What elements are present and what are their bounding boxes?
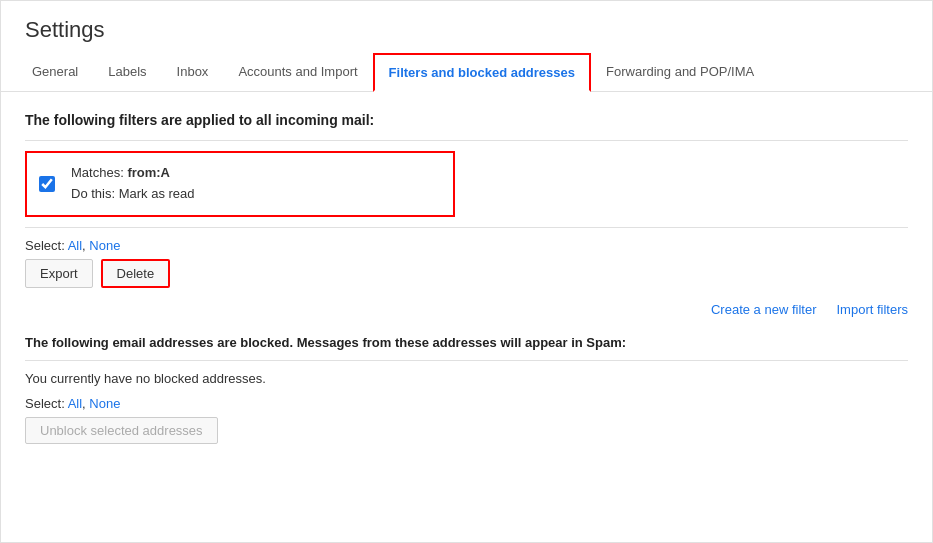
no-blocked-text: You currently have no blocked addresses. (25, 371, 908, 386)
matches-label: Matches: (71, 165, 124, 180)
action-label: Do this: (71, 186, 115, 201)
filter-details: Matches: from:A Do this: Mark as read (71, 163, 195, 205)
tab-accounts-import[interactable]: Accounts and Import (223, 53, 372, 92)
unblock-button[interactable]: Unblock selected addresses (25, 417, 218, 444)
filter-row: Matches: from:A Do this: Mark as read (25, 151, 455, 217)
blocked-select-label: Select: (25, 396, 65, 411)
matches-value: from:A (127, 165, 170, 180)
filters-heading: The following filters are applied to all… (25, 112, 908, 128)
tab-general[interactable]: General (17, 53, 93, 92)
main-content: The following filters are applied to all… (1, 92, 932, 478)
filter-action: Do this: Mark as read (71, 184, 195, 205)
create-filter-link[interactable]: Create a new filter (711, 302, 817, 317)
delete-button[interactable]: Delete (101, 259, 171, 288)
divider-3 (25, 360, 908, 361)
tab-filters-blocked[interactable]: Filters and blocked addresses (373, 53, 591, 92)
blocked-select-none[interactable]: None (89, 396, 120, 411)
blocked-select-all[interactable]: All (68, 396, 82, 411)
action-value: Mark as read (119, 186, 195, 201)
tabs-bar: General Labels Inbox Accounts and Import… (1, 53, 932, 92)
action-links: Create a new filter Import filters (25, 302, 908, 317)
export-button[interactable]: Export (25, 259, 93, 288)
filter-matches: Matches: from:A (71, 163, 195, 184)
tab-inbox[interactable]: Inbox (162, 53, 224, 92)
filters-select-label: Select: (25, 238, 65, 253)
filter-checkbox[interactable] (39, 176, 55, 192)
filters-select-row: Select: All, None (25, 238, 908, 253)
tab-labels[interactable]: Labels (93, 53, 161, 92)
unblock-button-row: Unblock selected addresses (25, 417, 908, 444)
filters-button-row: Export Delete (25, 259, 908, 288)
filters-select-all[interactable]: All (68, 238, 82, 253)
divider-1 (25, 140, 908, 141)
filters-select-none[interactable]: None (89, 238, 120, 253)
import-filters-link[interactable]: Import filters (836, 302, 908, 317)
page-title: Settings (1, 1, 932, 53)
settings-page: Settings General Labels Inbox Accounts a… (0, 0, 933, 543)
divider-2 (25, 227, 908, 228)
blocked-select-row: Select: All, None (25, 396, 908, 411)
blocked-heading: The following email addresses are blocke… (25, 335, 908, 350)
tab-forwarding[interactable]: Forwarding and POP/IMA (591, 53, 769, 92)
